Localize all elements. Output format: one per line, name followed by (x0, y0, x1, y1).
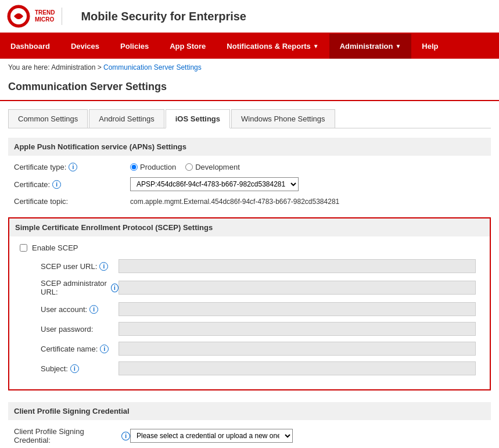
cert-type-radio-group: Production Development (130, 163, 240, 171)
notifications-arrow-icon: ▼ (313, 43, 319, 49)
header: TRENDMICRO Mobile Security for Enterpris… (0, 0, 499, 59)
administration-arrow-icon: ▼ (395, 43, 401, 49)
certificate-label: Certificate: (14, 180, 50, 189)
brand-name: TRENDMICRO (35, 9, 55, 23)
main-nav: Dashboard Devices Policies App Store Not… (0, 34, 499, 59)
trend-micro-logo (7, 5, 30, 28)
cert-name-label: Certificate name: (41, 345, 98, 353)
enable-scep-row: Enable SCEP (17, 243, 482, 252)
nav-dashboard[interactable]: Dashboard (0, 34, 60, 59)
cert-topic-row: Certificate topic: com.apple.mgmt.Extern… (8, 197, 491, 206)
app-title: Mobile Security for Enterprise (81, 10, 246, 23)
enable-scep-label: Enable SCEP (32, 243, 78, 252)
breadcrumb: You are here: Administration > Communica… (0, 59, 499, 76)
cert-name-info-icon[interactable]: i (100, 345, 109, 353)
nav-devices[interactable]: Devices (60, 34, 110, 59)
cert-type-production-radio[interactable] (130, 163, 138, 171)
cert-type-development-radio[interactable] (185, 163, 193, 171)
client-profile-section: Client Profile Signing Credential Client… (8, 402, 491, 445)
cert-type-info-icon[interactable]: i (69, 163, 77, 171)
scep-user-url-info-icon[interactable]: i (99, 262, 108, 271)
user-account-row: User account: i (17, 302, 482, 316)
cert-topic-label: Certificate topic: (14, 197, 68, 206)
tab-ios[interactable]: iOS Settings (166, 109, 230, 128)
page-title: Communication Server Settings (8, 81, 491, 93)
scep-admin-url-info-icon[interactable]: i (111, 284, 118, 292)
cert-name-row: Certificate name: i (17, 342, 482, 356)
subject-row: Subject: i (17, 361, 482, 375)
certificate-select[interactable]: APSP:454dc86f-94cf-4783-b667-982cd538428… (130, 177, 299, 191)
user-account-label: User account: (41, 305, 87, 314)
page-title-bar: Communication Server Settings (0, 76, 499, 101)
client-profile-info-icon[interactable]: i (121, 432, 130, 440)
main-content: Common Settings Android Settings iOS Set… (0, 101, 499, 448)
nav-notifications[interactable]: Notifications & Reports ▼ (216, 34, 329, 59)
scep-section-title: Simple Certificate Enrollment Protocol (… (9, 218, 490, 236)
client-profile-select[interactable]: Please select a credential or upload a n… (130, 429, 293, 443)
cert-type-development-label[interactable]: Development (185, 163, 240, 171)
tab-windows-phone[interactable]: Windows Phone Settings (231, 109, 335, 128)
enable-scep-checkbox[interactable] (20, 244, 27, 252)
client-profile-row: Client Profile Signing Credential: i Ple… (8, 427, 491, 445)
apns-section: Apple Push Notification service (APNs) S… (8, 138, 491, 206)
cert-type-label: Certificate type: (14, 163, 66, 171)
cert-name-input[interactable] (119, 342, 476, 356)
user-password-input[interactable] (119, 322, 476, 336)
user-account-info-icon[interactable]: i (89, 305, 98, 314)
certificate-row: Certificate: i APSP:454dc86f-94cf-4783-b… (8, 177, 491, 191)
breadcrumb-link[interactable]: Communication Server Settings (103, 63, 202, 71)
scep-admin-url-label: SCEP administrator URL: (41, 279, 109, 296)
scep-user-url-row: SCEP user URL: i (17, 259, 482, 273)
cert-topic-value: com.apple.mgmt.External.454dc86f-94cf-47… (130, 198, 339, 206)
scep-user-url-input[interactable] (119, 259, 476, 273)
user-password-label: User password: (41, 325, 93, 334)
user-account-input[interactable] (119, 302, 476, 316)
user-password-row: User password: (17, 322, 482, 336)
tabs: Common Settings Android Settings iOS Set… (8, 109, 491, 128)
header-divider (62, 8, 62, 25)
apns-section-title: Apple Push Notification service (APNs) S… (8, 138, 491, 156)
client-profile-label: Client Profile Signing Credential: (14, 427, 119, 445)
scep-admin-url-row: SCEP administrator URL: i (17, 279, 482, 296)
cert-type-production-label[interactable]: Production (130, 163, 176, 171)
subject-info-icon[interactable]: i (70, 364, 79, 373)
subject-input[interactable] (119, 361, 476, 375)
nav-app-store[interactable]: App Store (159, 34, 216, 59)
brand-text: TRENDMICRO (35, 9, 55, 23)
nav-administration[interactable]: Administration ▼ (329, 34, 412, 59)
subject-label: Subject: (41, 364, 68, 373)
nav-policies[interactable]: Policies (110, 34, 159, 59)
tab-android[interactable]: Android Settings (89, 109, 164, 128)
breadcrumb-admin: Administration (51, 63, 95, 71)
nav-help[interactable]: Help (411, 34, 448, 59)
scep-user-url-label: SCEP user URL: (41, 262, 97, 271)
logo-area: TRENDMICRO (7, 5, 69, 28)
scep-admin-url-input[interactable] (119, 281, 476, 295)
cert-type-row: Certificate type: i Production Developme… (8, 163, 491, 171)
scep-section: Simple Certificate Enrollment Protocol (… (8, 217, 491, 390)
client-profile-section-title: Client Profile Signing Credential (8, 402, 491, 420)
certificate-info-icon[interactable]: i (52, 180, 61, 189)
tab-common[interactable]: Common Settings (8, 109, 88, 128)
